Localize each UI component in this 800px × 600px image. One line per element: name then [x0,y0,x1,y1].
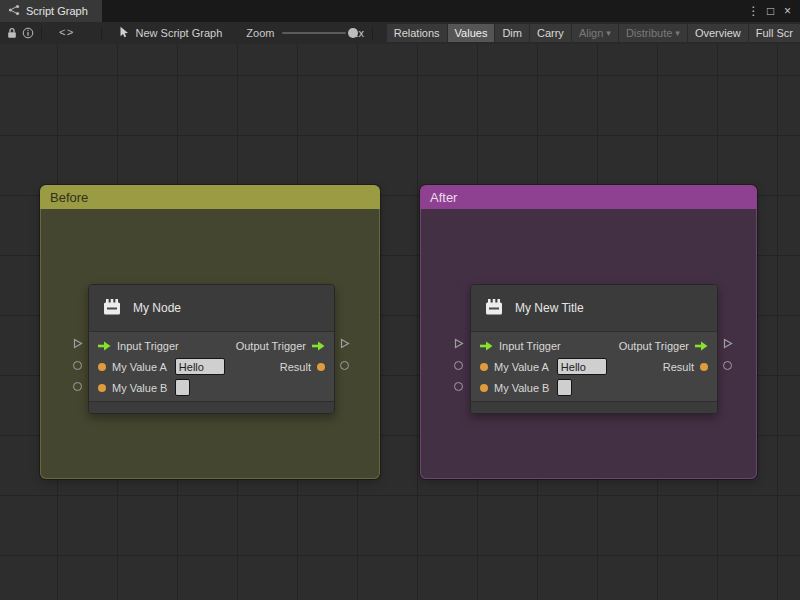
group-header[interactable]: Before [40,185,380,209]
value-input-icon[interactable] [480,384,488,392]
node-title: My New Title [515,301,584,315]
chevron-down-icon: ▾ [606,28,611,38]
dim-button[interactable]: Dim [495,24,529,42]
toolbar-divider [372,26,373,40]
port-label: Result [663,361,694,373]
value-input-icon[interactable] [480,363,488,371]
value-output-port[interactable] [339,360,350,371]
value-input-icon[interactable] [98,384,106,392]
port-label: Input Trigger [499,340,561,352]
port-label: Output Trigger [236,340,306,352]
port-label: My Value B [112,382,167,394]
value-output-icon[interactable] [317,363,325,371]
value-output-icon[interactable] [700,363,708,371]
close-icon[interactable]: × [779,1,796,21]
distribute-button: Distribute ▾ [619,24,687,42]
port-label: My Value A [494,361,549,373]
flow-input-port[interactable] [72,338,83,349]
value-input-port[interactable] [453,360,464,371]
value-b-field[interactable] [557,379,572,396]
fullscreen-button[interactable]: Full Scr [749,24,800,42]
group-title: Before [50,190,88,205]
chevron-down-icon: ▾ [675,28,680,38]
value-a-field[interactable] [175,358,225,375]
carry-button[interactable]: Carry [530,24,571,42]
flow-input-icon[interactable] [480,341,493,351]
maximize-icon[interactable]: □ [762,1,779,21]
port-label: My Value A [112,361,167,373]
zoom-slider[interactable] [282,27,346,39]
values-button[interactable]: Values [448,24,495,42]
node-body: Input Trigger Output Trigger My Value A … [471,332,717,401]
port-row: Input Trigger Output Trigger [89,335,334,356]
unit-icon [100,295,124,322]
toolbar-divider [41,26,42,40]
port-row: My Value B [89,377,334,398]
node-body: Input Trigger Output Trigger My Value A … [89,332,334,401]
toolbar-divider [101,26,102,40]
zoom-label: Zoom [246,27,274,39]
lock-icon[interactable] [4,24,20,42]
node-header[interactable]: My Node [89,285,334,332]
node-my-new-title[interactable]: My New Title Input Trigger Output Trigge… [470,284,718,414]
info-icon[interactable] [20,24,36,42]
port-label: Input Trigger [117,340,179,352]
value-input-icon[interactable] [98,363,106,371]
toolbar-buttons: Relations Values Dim Carry Align ▾ Distr… [386,24,800,42]
window-controls: ⋮ □ × [745,1,800,21]
value-input-port[interactable] [72,381,83,392]
graph-name-button[interactable]: New Script Graph [113,26,229,40]
port-label: Result [280,361,311,373]
flow-output-port[interactable] [339,338,350,349]
node-title: My Node [133,301,181,315]
tab-title: Script Graph [26,5,88,17]
flow-output-icon[interactable] [312,341,325,351]
zoom-slider-track [282,32,346,34]
window-tab-bar: Script Graph ⋮ □ × [0,0,800,22]
flow-input-icon[interactable] [98,341,111,351]
port-row: My Value A Result [471,356,717,377]
graph-toolbar: <> New Script Graph Zoom 1x Relations Va… [0,22,800,45]
port-row: Input Trigger Output Trigger [471,335,717,356]
node-footer [471,401,717,413]
flow-output-port[interactable] [722,338,733,349]
graph-name-label: New Script Graph [136,27,223,39]
tab-script-graph[interactable]: Script Graph [0,0,102,22]
group-title: After [430,190,457,205]
port-label: My Value B [494,382,549,394]
graph-pointer-icon [119,26,130,40]
group-header[interactable]: After [420,185,757,209]
relations-button[interactable]: Relations [387,24,447,42]
node-footer [89,401,334,413]
unity-graph-window: { "window": { "tab": { "title": "Script … [0,0,800,600]
value-input-port[interactable] [72,360,83,371]
flow-output-icon[interactable] [695,341,708,351]
align-button: Align ▾ [572,24,618,42]
value-b-field[interactable] [175,379,190,396]
port-label: Output Trigger [619,340,689,352]
graph-canvas[interactable]: Before After My Node [0,44,800,600]
flow-input-port[interactable] [453,338,464,349]
unit-icon [482,295,506,322]
code-view-icon[interactable]: <> [59,24,75,42]
value-input-port[interactable] [453,381,464,392]
node-header[interactable]: My New Title [471,285,717,332]
window-menu-icon[interactable]: ⋮ [745,1,762,21]
script-graph-icon [8,4,20,18]
value-a-field[interactable] [557,358,607,375]
overview-button[interactable]: Overview [688,24,748,42]
port-row: My Value B [471,377,717,398]
port-row: My Value A Result [89,356,334,377]
value-output-port[interactable] [722,360,733,371]
node-my-node[interactable]: My Node Input Trigger Output Trigger [88,284,335,414]
